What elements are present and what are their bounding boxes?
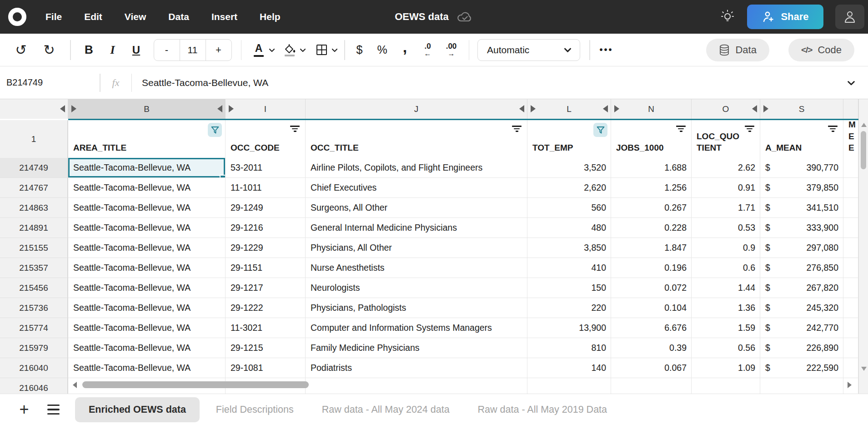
italic-button[interactable]: I bbox=[103, 40, 123, 61]
sheet-tab-raw-data-may-2024[interactable]: Raw data - All May 2024 data bbox=[322, 404, 450, 415]
cell-I215774[interactable]: 11-3021 bbox=[226, 318, 306, 338]
cell-B215979[interactable]: Seattle-Tacoma-Bellevue, WA bbox=[68, 338, 226, 358]
cell-J214863[interactable]: Surgeons, All Other bbox=[306, 198, 527, 218]
cell-L214749[interactable]: 3,520 bbox=[527, 158, 611, 178]
hidden-columns-indicator-icon[interactable] bbox=[229, 105, 234, 112]
cell-I214749[interactable]: 53-2011 bbox=[226, 158, 306, 178]
cell-x214749[interactable] bbox=[843, 158, 858, 178]
tips-lightbulb-icon[interactable] bbox=[720, 9, 735, 25]
vertical-scrollbar-thumb[interactable] bbox=[861, 131, 866, 169]
cell-N215774[interactable]: 6.676 bbox=[611, 318, 692, 338]
row-header-214863[interactable]: 214863 bbox=[0, 198, 68, 218]
cell-S215774[interactable]: $242,770 bbox=[760, 318, 843, 338]
cell-O215774[interactable]: 1.59 bbox=[692, 318, 760, 338]
cell-N215979[interactable]: 0.39 bbox=[611, 338, 692, 358]
cell-S214863[interactable]: $341,510 bbox=[760, 198, 843, 218]
cell-reference-box[interactable]: B214749 bbox=[0, 77, 100, 88]
menu-item-insert[interactable]: Insert bbox=[211, 11, 237, 22]
hidden-columns-indicator-icon[interactable] bbox=[60, 105, 65, 112]
cell-x215736[interactable] bbox=[843, 298, 858, 318]
cell-x215774[interactable] bbox=[843, 318, 858, 338]
cell-I214891[interactable]: 29-1216 bbox=[226, 218, 306, 238]
header-cell-ME-E[interactable]: ME E bbox=[843, 120, 858, 158]
vscroll-up-arrow[interactable] bbox=[861, 123, 867, 127]
cell-L215155[interactable]: 3,850 bbox=[527, 238, 611, 258]
text-color-button[interactable]: A bbox=[249, 40, 269, 61]
cell-O215456[interactable]: 1.44 bbox=[692, 278, 760, 298]
cell-J215774[interactable]: Computer and Information Systems Manager… bbox=[306, 318, 527, 338]
cell-S216040[interactable]: $222,590 bbox=[760, 358, 843, 378]
cell-B215456[interactable]: Seattle-Tacoma-Bellevue, WA bbox=[68, 278, 226, 298]
cell-partial[interactable] bbox=[527, 378, 611, 394]
cell-O215357[interactable]: 0.6 bbox=[692, 258, 760, 278]
comma-format-button[interactable]: , bbox=[395, 40, 415, 61]
cell-L215736[interactable]: 220 bbox=[527, 298, 611, 318]
cell-L215774[interactable]: 13,900 bbox=[527, 318, 611, 338]
cell-S215979[interactable]: $226,890 bbox=[760, 338, 843, 358]
cell-B214891[interactable]: Seattle-Tacoma-Bellevue, WA bbox=[68, 218, 226, 238]
cell-x214891[interactable] bbox=[843, 218, 858, 238]
cell-L214891[interactable]: 480 bbox=[527, 218, 611, 238]
cell-J216040[interactable]: Podiatrists bbox=[306, 358, 527, 378]
header-cell-OCC_TITLE[interactable]: OCC_TITLE bbox=[306, 120, 527, 158]
cell-L214767[interactable]: 2,620 bbox=[527, 178, 611, 198]
menu-item-data[interactable]: Data bbox=[168, 11, 189, 22]
cell-x216040[interactable] bbox=[843, 358, 858, 378]
app-logo-icon[interactable] bbox=[8, 8, 26, 26]
filter-active-icon[interactable] bbox=[593, 123, 607, 137]
hidden-columns-indicator-icon[interactable] bbox=[752, 105, 757, 112]
cell-L215456[interactable]: 150 bbox=[527, 278, 611, 298]
cell-B215736[interactable]: Seattle-Tacoma-Bellevue, WA bbox=[68, 298, 226, 318]
cell-L214863[interactable]: 560 bbox=[527, 198, 611, 218]
hidden-columns-indicator-icon[interactable] bbox=[519, 105, 524, 112]
cell-B214863[interactable]: Seattle-Tacoma-Bellevue, WA bbox=[68, 198, 226, 218]
row-header-215979[interactable]: 215979 bbox=[0, 338, 68, 358]
menu-item-view[interactable]: View bbox=[125, 11, 146, 22]
hidden-columns-indicator-icon[interactable] bbox=[531, 105, 536, 112]
header-cell-OCC_CODE[interactable]: OCC_CODE bbox=[226, 120, 306, 158]
cell-I215736[interactable]: 29-1222 bbox=[226, 298, 306, 318]
cell-I215155[interactable]: 29-1229 bbox=[226, 238, 306, 258]
cell-N215456[interactable]: 0.072 bbox=[611, 278, 692, 298]
filter-icon[interactable] bbox=[828, 126, 838, 132]
cell-I215357[interactable]: 29-1151 bbox=[226, 258, 306, 278]
cell-S214767[interactable]: $379,850 bbox=[760, 178, 843, 198]
header-cell-JOBS_1000[interactable]: JOBS_1000 bbox=[611, 120, 692, 158]
column-header-S[interactable]: S bbox=[760, 99, 843, 119]
header-cell-AREA_TITLE[interactable]: AREA_TITLE bbox=[68, 120, 226, 158]
sheet-list-menu-icon[interactable] bbox=[47, 405, 60, 415]
cell-N214863[interactable]: 0.267 bbox=[611, 198, 692, 218]
hidden-columns-indicator-icon[interactable] bbox=[603, 105, 608, 112]
cell-O214863[interactable]: 1.71 bbox=[692, 198, 760, 218]
filter-icon[interactable] bbox=[290, 126, 300, 132]
account-avatar-button[interactable] bbox=[835, 5, 864, 29]
increase-decimal-button[interactable]: .00 → bbox=[442, 40, 462, 61]
hidden-columns-indicator-icon[interactable] bbox=[763, 105, 768, 112]
cell-N215357[interactable]: 0.196 bbox=[611, 258, 692, 278]
add-sheet-button[interactable]: + bbox=[14, 400, 35, 419]
cell-B215774[interactable]: Seattle-Tacoma-Bellevue, WA bbox=[68, 318, 226, 338]
vertical-scrollbar[interactable] bbox=[858, 99, 868, 394]
data-panel-button[interactable]: Data bbox=[706, 39, 769, 61]
cell-I214863[interactable]: 29-1249 bbox=[226, 198, 306, 218]
font-size-decrease-button[interactable]: - bbox=[154, 40, 180, 61]
cell-L215357[interactable]: 410 bbox=[527, 258, 611, 278]
cell-partial[interactable] bbox=[611, 378, 692, 394]
row-header-215155[interactable]: 215155 bbox=[0, 238, 68, 258]
cell-J214749[interactable]: Airline Pilots, Copilots, and Flight Eng… bbox=[306, 158, 527, 178]
filter-icon[interactable] bbox=[676, 126, 686, 132]
cell-partial[interactable] bbox=[760, 378, 843, 394]
header-cell-A_MEAN[interactable]: A_MEAN bbox=[760, 120, 843, 158]
hidden-columns-indicator-icon[interactable] bbox=[217, 105, 222, 112]
code-panel-button[interactable]: </> Code bbox=[788, 39, 854, 61]
cell-S215736[interactable]: $245,320 bbox=[760, 298, 843, 318]
row-header-215357[interactable]: 215357 bbox=[0, 258, 68, 278]
cell-S215456[interactable]: $267,820 bbox=[760, 278, 843, 298]
sheet-tab-enriched-oews-data[interactable]: Enriched OEWS data bbox=[75, 397, 200, 422]
bold-button[interactable]: B bbox=[79, 40, 99, 61]
filter-icon[interactable] bbox=[745, 126, 754, 132]
cell-L215979[interactable]: 810 bbox=[527, 338, 611, 358]
header-cell-TOT_EMP[interactable]: TOT_EMP bbox=[527, 120, 611, 158]
cell-B215357[interactable]: Seattle-Tacoma-Bellevue, WA bbox=[68, 258, 226, 278]
cell-N214767[interactable]: 1.256 bbox=[611, 178, 692, 198]
